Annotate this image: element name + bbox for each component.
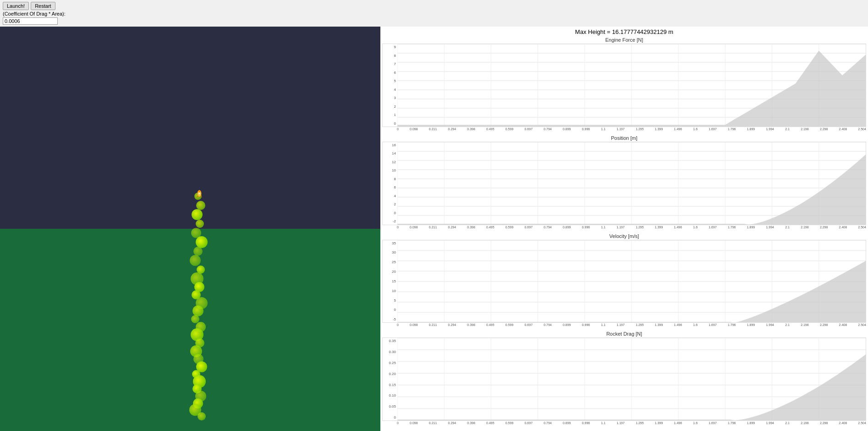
chart-x-axis-rocket-drag: 00.0980.2110.2940.3980.4950.5990.6970.79… — [382, 421, 866, 425]
y-axis-label: 7 — [394, 62, 396, 66]
y-axis-label: 9 — [394, 45, 396, 49]
charts-wrapper: Engine Force [N]9876543210 00.0980.2110.… — [382, 37, 866, 429]
x-axis-label: 1.295 — [636, 226, 644, 229]
x-axis-label: 0.211 — [429, 323, 437, 326]
x-axis-label: 2.298 — [820, 421, 828, 425]
particle — [196, 220, 204, 228]
y-axis-label: 5 — [394, 79, 396, 83]
chart-title-engine-force: Engine Force [N] — [382, 37, 866, 43]
x-axis-label: 0.398 — [467, 323, 475, 326]
x-axis-label: 1.6 — [693, 226, 698, 229]
x-axis-label: 2.408 — [839, 421, 847, 425]
launch-button[interactable]: Launch! — [3, 2, 29, 10]
x-axis-label: 1.399 — [655, 421, 663, 425]
x-axis-label: 2.198 — [801, 226, 809, 229]
x-axis-label: 1.796 — [728, 421, 736, 425]
x-axis-label: 1.1 — [601, 127, 605, 131]
x-axis-label: 0.599 — [505, 421, 514, 425]
rocket — [196, 189, 203, 198]
chart-position: Position [m]1614121086420-2 00.0980.2110… — [382, 135, 866, 229]
x-axis-label: 1.994 — [766, 127, 774, 131]
button-row: Launch! Restart — [3, 2, 865, 10]
x-axis-label: 2.198 — [801, 127, 809, 131]
x-axis-label: 1.197 — [616, 323, 625, 326]
x-axis-label: 0.294 — [448, 421, 456, 425]
y-axis-label: 8 — [394, 54, 396, 58]
y-axis-label: 6 — [394, 185, 396, 189]
chart-title-velocity: Velocity [m/s] — [382, 233, 866, 239]
x-axis-label: 0.211 — [429, 226, 437, 229]
y-axis-label: 35 — [392, 241, 396, 245]
y-axis-label: 15 — [392, 279, 396, 283]
x-axis-label: 2.504 — [858, 226, 866, 229]
x-axis-label: 1.496 — [674, 127, 682, 131]
x-axis-label: 2.1 — [785, 226, 790, 229]
y-axis-label: 0 — [394, 122, 396, 126]
y-axis-label: 30 — [392, 250, 396, 254]
x-axis-label: 1.6 — [693, 323, 698, 326]
x-axis-label: 0.211 — [429, 127, 437, 131]
chart-title-position: Position [m] — [382, 135, 866, 141]
x-axis-label: 1.697 — [709, 226, 717, 229]
x-axis-label: 2.198 — [801, 323, 809, 326]
y-axis-label: 0.30 — [389, 350, 396, 354]
x-axis-label: 2.1 — [785, 421, 790, 425]
y-axis-label: 10 — [392, 168, 396, 172]
charts-area: Max Height = 16.17777442932129 m Engine … — [380, 27, 868, 431]
restart-button[interactable]: Restart — [31, 2, 55, 10]
x-axis-label: 0.098 — [410, 421, 418, 425]
x-axis-label: 2.1 — [785, 323, 790, 326]
x-axis-label: 1.295 — [636, 127, 644, 131]
x-axis-label: 1.295 — [636, 323, 644, 326]
x-axis-label: 1.796 — [728, 127, 736, 131]
chart-title-rocket-drag: Rocket Drag [N] — [382, 331, 866, 337]
particle — [198, 412, 206, 420]
x-axis-label: 1.496 — [674, 421, 682, 425]
y-axis-label: 12 — [392, 160, 396, 164]
x-axis-label: 0 — [397, 127, 399, 131]
chart-y-axis-velocity: 35302520151050-5 — [383, 240, 397, 323]
y-axis-label: 0.25 — [389, 361, 396, 365]
x-axis-label: 2.298 — [820, 127, 828, 131]
x-axis-label: 0 — [397, 421, 399, 425]
x-axis-label: 0.211 — [429, 421, 437, 425]
x-axis-label: 1.994 — [766, 226, 774, 229]
x-axis-label: 0.899 — [563, 323, 571, 326]
y-axis-label: 8 — [394, 177, 396, 181]
y-axis-label: 4 — [394, 194, 396, 198]
max-height-label: Max Height = 16.17777442932129 m — [382, 28, 866, 35]
x-axis-label: 0.697 — [525, 226, 533, 229]
x-axis-label: 1.899 — [747, 226, 755, 229]
chart-y-axis-engine-force: 9876543210 — [383, 44, 397, 127]
chart-y-axis-position: 1614121086420-2 — [383, 142, 397, 225]
x-axis-label: 0.495 — [486, 421, 494, 425]
chart-plot-engine-force — [397, 44, 866, 127]
x-axis-label: 2.504 — [858, 421, 866, 425]
x-axis-label: 1.697 — [709, 127, 717, 131]
x-axis-label: 2.1 — [785, 127, 790, 131]
cd-label: (Coefficient Of Drag * Area): — [3, 11, 865, 17]
x-axis-label: 0.899 — [563, 226, 571, 229]
x-axis-label: 0.794 — [544, 127, 552, 131]
x-axis-label: 2.408 — [839, 226, 847, 229]
x-axis-label: 0.996 — [582, 421, 590, 425]
y-axis-label: -2 — [393, 219, 396, 223]
x-axis-label: 0.697 — [525, 323, 533, 326]
x-axis-label: 1.197 — [616, 421, 625, 425]
y-axis-label: 2 — [394, 105, 396, 109]
particle — [196, 201, 205, 210]
y-axis-label: 2 — [394, 202, 396, 206]
x-axis-label: 1.1 — [601, 323, 605, 326]
main-area: Max Height = 16.17777442932129 m Engine … — [0, 27, 868, 431]
y-axis-label: 0.35 — [389, 339, 396, 343]
x-axis-label: 0.398 — [467, 226, 475, 229]
y-axis-label: 0 — [394, 211, 396, 215]
y-axis-label: 0.20 — [389, 372, 396, 376]
x-axis-label: 0.294 — [448, 323, 456, 326]
x-axis-label: 2.408 — [839, 323, 847, 326]
cd-input[interactable] — [3, 17, 58, 25]
y-axis-label: 25 — [392, 260, 396, 264]
x-axis-label: 1.796 — [728, 323, 736, 326]
x-axis-label: 1.399 — [655, 226, 663, 229]
y-axis-label: 0 — [394, 308, 396, 312]
